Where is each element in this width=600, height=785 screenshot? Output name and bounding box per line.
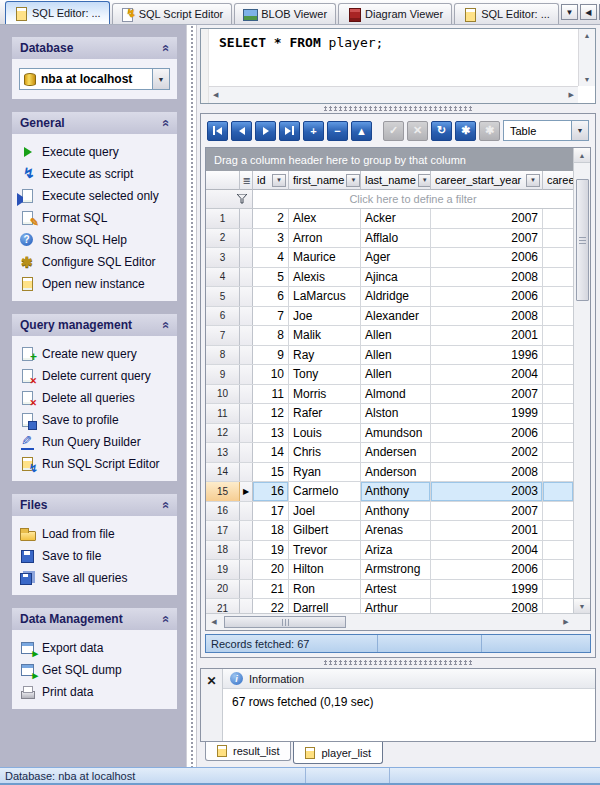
row-number-cell[interactable]: 20	[206, 580, 240, 599]
cell-career-cut[interactable]	[543, 521, 573, 540]
cell-first-name[interactable]: Morris	[289, 385, 361, 404]
cell-id[interactable]: 2	[253, 209, 289, 228]
cell-first-name[interactable]: Joe	[289, 307, 361, 326]
editor-grid-splitter[interactable]	[200, 104, 596, 113]
database-combobox[interactable]: nba at localhost ▼	[19, 68, 170, 90]
sidebar-item-save-to-profile[interactable]: Save to profile	[17, 409, 174, 431]
combobox-dropdown-button[interactable]: ▼	[152, 69, 169, 89]
cell-id[interactable]: 7	[253, 307, 289, 326]
sidebar-item-show-sql-help[interactable]: Show SQL Help	[17, 229, 174, 251]
cell-first-name[interactable]: Rafer	[289, 404, 361, 423]
group-header-data-management[interactable]: Data Management «	[12, 608, 177, 630]
scroll-right-button[interactable]: ▶	[558, 614, 574, 630]
scroll-right-icon[interactable]: ▶	[569, 91, 574, 99]
cell-first-name[interactable]: Ray	[289, 346, 361, 365]
cell-id[interactable]: 20	[253, 560, 289, 579]
cell-first-name[interactable]: Chris	[289, 443, 361, 462]
column-dropdown-icon[interactable]: ▼	[346, 174, 360, 187]
cell-first-name[interactable]: Alexis	[289, 268, 361, 287]
sidebar-item-execute-selected-only[interactable]: Execute selected only	[17, 185, 174, 207]
cell-career-cut[interactable]	[543, 424, 573, 443]
collapse-chevron-icon[interactable]: «	[160, 44, 170, 51]
tab-scroll-left-button[interactable]: ◀	[580, 4, 597, 20]
cell-id[interactable]: 10	[253, 365, 289, 384]
sidebar-item-load-from-file[interactable]: Load from file	[17, 523, 174, 545]
fetch-next-button[interactable]: ✱	[479, 121, 500, 141]
cell-id[interactable]: 13	[253, 424, 289, 443]
cell-career-cut[interactable]	[543, 248, 573, 267]
cell-last-name[interactable]: Alexander	[361, 307, 431, 326]
row-number-cell[interactable]: 1	[206, 209, 240, 228]
cell-first-name[interactable]: Tony	[289, 365, 361, 384]
sidebar-item-delete-all-queries[interactable]: Delete all queries	[17, 387, 174, 409]
cell-career-start-year[interactable]: 1999	[431, 580, 543, 599]
view-mode-combobox[interactable]: Table ▼	[503, 120, 589, 141]
grid-vertical-scrollbar[interactable]: ▲ ▼	[573, 148, 590, 613]
cell-career-start-year[interactable]: 2006	[431, 424, 543, 443]
cell-id[interactable]: 12	[253, 404, 289, 423]
row-number-cell[interactable]: 13	[206, 443, 240, 462]
sidebar-item-export-data[interactable]: Export data	[17, 637, 174, 659]
cell-last-name[interactable]: Anderson	[361, 463, 431, 482]
sidebar-item-save-all-queries[interactable]: Save all queries	[17, 567, 174, 589]
cell-career-start-year[interactable]: 1996	[431, 346, 543, 365]
cell-first-name[interactable]: Ryan	[289, 463, 361, 482]
cell-first-name[interactable]: Gilbert	[289, 521, 361, 540]
sidebar-item-create-new-query[interactable]: Create new query	[17, 343, 174, 365]
scroll-down-icon[interactable]: ▼	[584, 76, 591, 83]
cell-id[interactable]: 4	[253, 248, 289, 267]
cell-career-start-year[interactable]: 2001	[431, 521, 543, 540]
tab-sql-script-editor[interactable]: SQL Script Editor	[112, 3, 233, 24]
sidebar-item-configure-sql-editor[interactable]: Configure SQL Editor	[17, 251, 174, 273]
cell-career-cut[interactable]	[543, 580, 573, 599]
cell-id[interactable]: 15	[253, 463, 289, 482]
combobox-dropdown-button[interactable]: ▼	[571, 121, 588, 140]
cell-career-cut[interactable]	[543, 404, 573, 423]
row-number-cell[interactable]: 19	[206, 560, 240, 579]
cell-career-start-year[interactable]: 2007	[431, 209, 543, 228]
cell-last-name[interactable]: Alston	[361, 404, 431, 423]
cell-career-start-year[interactable]: 2008	[431, 268, 543, 287]
sidebar-item-run-sql-script-editor[interactable]: Run SQL Script Editor	[17, 453, 174, 475]
cell-id[interactable]: 3	[253, 229, 289, 248]
cancel-edit-button[interactable]: ✕	[407, 121, 428, 141]
column-header-career-cut[interactable]: career_	[543, 171, 573, 190]
fetch-all-button[interactable]: ✱	[455, 121, 476, 141]
cell-last-name[interactable]: Ajinca	[361, 268, 431, 287]
post-edit-button[interactable]: ✓	[383, 121, 404, 141]
cell-last-name[interactable]: Ariza	[361, 541, 431, 560]
cell-last-name[interactable]: Anthony	[361, 502, 431, 521]
row-number-cell[interactable]: 10	[206, 385, 240, 404]
last-record-button[interactable]	[279, 121, 300, 141]
first-record-button[interactable]	[207, 121, 228, 141]
cell-last-name[interactable]: Amundson	[361, 424, 431, 443]
cell-last-name[interactable]: Armstrong	[361, 560, 431, 579]
cell-last-name[interactable]: Arenas	[361, 521, 431, 540]
tab-blob-viewer[interactable]: BLOB Viewer	[234, 3, 336, 24]
tab-player-list[interactable]: player_list	[293, 742, 383, 764]
cell-career-start-year[interactable]: 2002	[431, 443, 543, 462]
cell-career-cut[interactable]	[543, 463, 573, 482]
sidebar-item-run-query-builder[interactable]: Run Query Builder	[17, 431, 174, 453]
cell-career-cut[interactable]	[543, 268, 573, 287]
sidebar-item-format-sql[interactable]: Format SQL	[17, 207, 174, 229]
cell-career-cut[interactable]	[543, 287, 573, 306]
sidebar-item-execute-as-script[interactable]: Execute as script	[17, 163, 174, 185]
cell-last-name[interactable]: Allen	[361, 365, 431, 384]
cell-last-name[interactable]: Ager	[361, 248, 431, 267]
group-header-general[interactable]: General «	[12, 112, 177, 134]
column-dropdown-icon[interactable]: ▼	[272, 174, 286, 187]
filter-hint-cell[interactable]: Click here to define a filter	[253, 190, 573, 208]
tab-sql-editor-2[interactable]: SQL Editor: ...	[454, 3, 559, 24]
cell-career-cut[interactable]	[543, 209, 573, 228]
insert-record-button[interactable]: +	[303, 121, 324, 141]
cell-last-name[interactable]: Acker	[361, 209, 431, 228]
row-number-cell[interactable]: 11	[206, 404, 240, 423]
cell-id[interactable]: 6	[253, 287, 289, 306]
cell-last-name[interactable]: Afflalo	[361, 229, 431, 248]
cell-id[interactable]: 19	[253, 541, 289, 560]
cell-last-name[interactable]: Aldridge	[361, 287, 431, 306]
column-header-career-start-year[interactable]: career_start_year ▼	[431, 171, 543, 190]
cell-first-name[interactable]: LaMarcus	[289, 287, 361, 306]
cell-id[interactable]: 14	[253, 443, 289, 462]
